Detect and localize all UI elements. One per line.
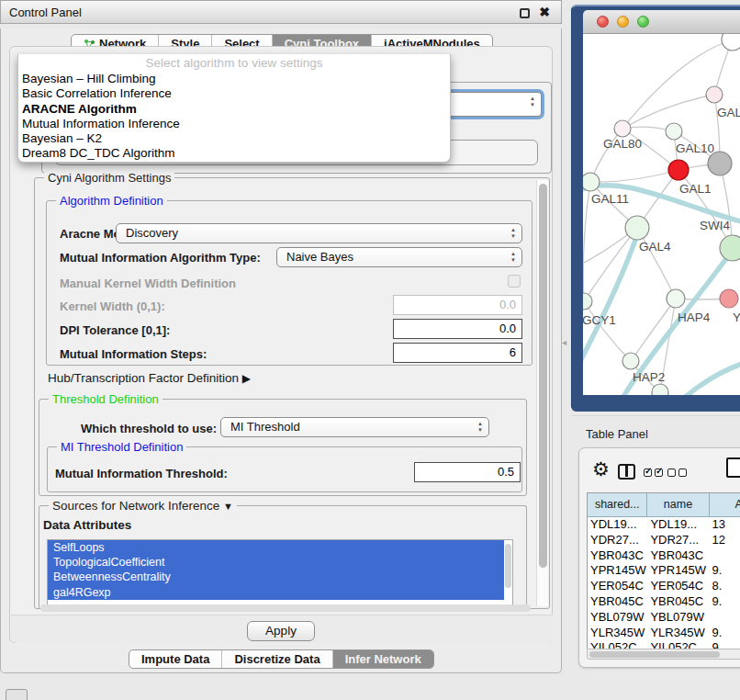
- network-window-titlebar[interactable]: [583, 10, 740, 34]
- manual-kernel-checkbox[interactable]: [508, 275, 521, 288]
- attribute-item-selected[interactable]: gal4RGexp: [48, 585, 504, 600]
- cyni-toolbox-panel: ▲▼ gal-filtered sif default node Select …: [9, 46, 553, 643]
- sources-title: Sources for Network Inference: [52, 499, 219, 513]
- cyni-bottom-tabs: Impute Data Discretize Data Infer Networ…: [129, 649, 434, 669]
- attribute-item-selected[interactable]: TopologicalCoefficient: [48, 555, 504, 570]
- close-icon[interactable]: ✖: [539, 5, 550, 19]
- network-edge[interactable]: [584, 228, 637, 301]
- dpi-tolerance-input[interactable]: 0.0: [393, 319, 522, 339]
- column-header[interactable]: name: [647, 493, 709, 517]
- network-node-y[interactable]: [720, 289, 738, 308]
- settings-scrollbar[interactable]: [536, 180, 548, 606]
- attribute-item-selected[interactable]: BetweennessCentrality: [48, 570, 504, 584]
- network-edge[interactable]: [590, 170, 678, 182]
- table-row[interactable]: YDL19...YDL19...13: [588, 517, 740, 533]
- screen: Control Panel ✖ Network Style Select Cyn…: [0, 0, 740, 700]
- node-table: shared... name A YDL19...YDL19...13YDR27…: [587, 492, 740, 649]
- sources-title-toggle[interactable]: Sources for Network Inference ▼: [49, 499, 237, 513]
- table-cell: YIL052C: [588, 640, 647, 649]
- mi-threshold-label: Mutual Information Threshold:: [55, 467, 228, 480]
- network-node-gal80[interactable]: [614, 120, 631, 137]
- hub-section-label: Hub/Transcription Factor Definition: [48, 371, 239, 385]
- float-window-icon[interactable]: [520, 8, 530, 18]
- table-row[interactable]: YIL052CYIL052C9.: [588, 640, 740, 649]
- table-doc-icon[interactable]: [726, 457, 740, 478]
- mini-dock-button[interactable]: [6, 689, 28, 700]
- tab-infer-network[interactable]: Infer Network: [333, 650, 433, 668]
- network-canvas[interactable]: GALGAL80GAL10GAL1GAL11GAL4SWI4HAP4YGCY1H…: [583, 34, 740, 395]
- algorithm-option-selected[interactable]: ARACNE Algorithm: [18, 102, 450, 117]
- tab-discretize-data[interactable]: Discretize Data: [222, 650, 332, 668]
- deselect-all-icon[interactable]: [667, 469, 687, 477]
- dpi-tolerance-label: DPI Tolerance [0,1]:: [60, 323, 170, 337]
- table-cell: YBL079W: [588, 610, 647, 626]
- table-scrollbar-thumb[interactable]: [589, 651, 720, 658]
- attributes-scrollbar[interactable]: [505, 542, 511, 603]
- table-row[interactable]: YLR345WYLR345W9.: [588, 626, 740, 641]
- network-node-hap2[interactable]: [622, 353, 639, 369]
- table-panel-card: ⚙ shared... name A YDL19...YDL19...13YDR…: [578, 447, 740, 668]
- column-header[interactable]: A: [710, 493, 740, 517]
- network-node-hap4[interactable]: [667, 289, 685, 308]
- table-cell: 9.: [710, 640, 740, 649]
- network-node-gal1[interactable]: [668, 160, 689, 180]
- column-header[interactable]: shared...: [588, 493, 647, 517]
- mi-type-combo[interactable]: Naive Bayes ▲▼: [276, 247, 522, 267]
- network-edge[interactable]: [622, 40, 733, 129]
- gear-icon[interactable]: ⚙: [592, 458, 610, 480]
- table-horizontal-scrollbar[interactable]: [587, 649, 740, 660]
- table-row[interactable]: YBR043CYBR043C: [588, 548, 740, 564]
- close-traffic-light[interactable]: [597, 16, 609, 28]
- tab-impute-data[interactable]: Impute Data: [129, 650, 222, 668]
- table-cell: YBR043C: [647, 548, 709, 564]
- network-edge-thick[interactable]: [682, 361, 740, 395]
- table-row[interactable]: YBL079WYBL079W: [588, 610, 740, 626]
- table-row[interactable]: YDR27...YDR27...12: [588, 533, 740, 548]
- table-cell: YDR27...: [588, 533, 647, 548]
- table-row[interactable]: YPR145WYPR145W9.: [588, 563, 740, 579]
- algorithm-placeholder: Select algorithm to view settings: [18, 56, 450, 72]
- network-node[interactable]: [722, 34, 740, 51]
- table-row[interactable]: YBR045CYBR045C9.: [588, 594, 740, 610]
- table-cell: 9.: [710, 563, 740, 579]
- columns-icon[interactable]: [618, 464, 635, 480]
- algorithm-option[interactable]: Bayesian – Hill Climbing: [18, 72, 450, 86]
- algorithm-option[interactable]: Basic Correlation Inference: [18, 86, 450, 101]
- kernel-width-input[interactable]: 0.0: [393, 295, 522, 315]
- algorithm-option[interactable]: Dream8 DC_TDC Algorithm: [18, 146, 450, 161]
- hub-section-toggle[interactable]: Hub/Transcription Factor Definition ▶: [48, 371, 251, 385]
- network-node-gcy1[interactable]: [583, 293, 592, 310]
- network-edge[interactable]: [583, 182, 590, 301]
- network-window: GALGAL80GAL10GAL1GAL11GAL4SWI4HAP4YGCY1H…: [571, 5, 740, 412]
- network-node-gal[interactable]: [706, 86, 723, 103]
- algorithm-option[interactable]: Mutual Information Inference: [18, 117, 450, 131]
- algorithm-definition-group: Algorithm Definition Aracne Mode: Discov…: [46, 200, 533, 366]
- network-node-gal11[interactable]: [583, 173, 600, 191]
- mi-threshold-input[interactable]: 0.5: [414, 462, 521, 482]
- apply-button[interactable]: Apply: [247, 621, 315, 641]
- algorithm-option[interactable]: Bayesian – K2: [18, 131, 450, 146]
- control-panel-titlebar: Control Panel ✖: [0, 0, 562, 24]
- combo-arrows-icon: ▲▼: [510, 251, 516, 264]
- panel-title: Control Panel: [1, 6, 82, 19]
- data-attributes-list[interactable]: SelfLoops TopologicalCoefficient Between…: [47, 539, 513, 605]
- aracne-mode-combo[interactable]: Discovery ▲▼: [116, 223, 522, 243]
- data-attributes-label: Data Attributes: [43, 518, 131, 532]
- select-all-icon[interactable]: [644, 469, 663, 477]
- network-node-gal10[interactable]: [666, 123, 682, 140]
- horizontal-scrollbar[interactable]: [40, 604, 531, 612]
- network-node-gal4[interactable]: [625, 216, 649, 240]
- table-cell: YBR043C: [588, 548, 647, 564]
- minimize-traffic-light[interactable]: [617, 16, 629, 28]
- which-threshold-combo[interactable]: MI Threshold ▲▼: [220, 417, 489, 437]
- network-node-swi4[interactable]: [720, 235, 740, 261]
- attribute-item-selected[interactable]: SelfLoops: [48, 540, 504, 555]
- network-node[interactable]: [652, 384, 668, 395]
- table-cell: 9.: [710, 626, 740, 641]
- splitter-collapse-icon[interactable]: ◂: [562, 337, 566, 347]
- table-row[interactable]: YER054CYER054C8.: [588, 579, 740, 594]
- zoom-traffic-light[interactable]: [637, 16, 649, 28]
- table-cell: YLR345W: [588, 626, 647, 641]
- mi-steps-input[interactable]: 6: [393, 343, 522, 363]
- settings-scrollbar-thumb[interactable]: [539, 184, 547, 568]
